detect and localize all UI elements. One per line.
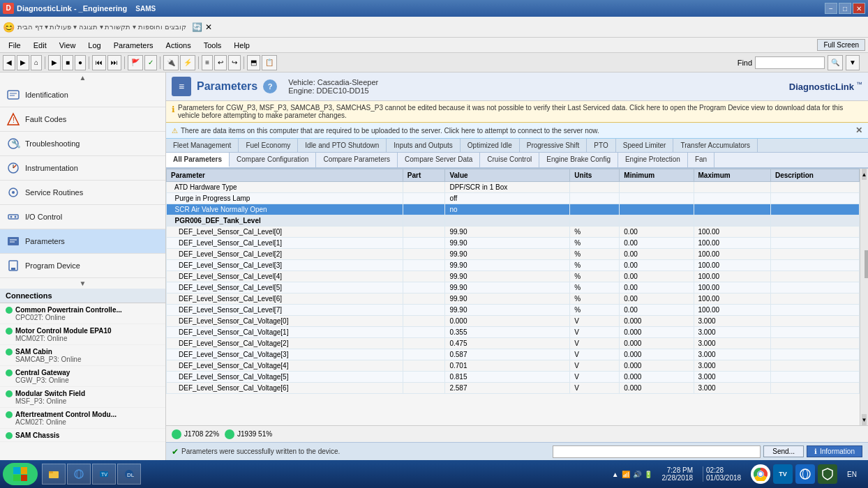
toolbar-filter[interactable]: ≡ (202, 55, 213, 70)
taskbar-app-teamviewer[interactable]: TV (92, 464, 116, 485)
table-row[interactable]: DEF_Level_Sensor_Cal_Voltage[4] 0.701 V … (167, 360, 860, 372)
toolbar-skip-start[interactable]: ⏮ (92, 55, 106, 70)
browser-refresh[interactable]: 🔄 (192, 22, 202, 32)
table-row[interactable]: DEF_Level_Sensor_Cal_Voltage[5] 0.815 V … (167, 372, 860, 383)
toolbar-redo[interactable]: ↪ (228, 55, 241, 70)
sidebar-item-fault-codes[interactable]: ! Fault Codes (0, 107, 165, 132)
table-row[interactable]: PGR006_DEF_Tank_Level (167, 215, 860, 227)
table-row[interactable]: DEF_Level_Sensor_Cal_Voltage[6] 2.587 V … (167, 383, 860, 394)
tab-pto[interactable]: PTO (587, 139, 615, 152)
tab-cruise-control[interactable]: Cruise Control (480, 153, 539, 167)
close-button[interactable]: ✕ (853, 3, 865, 14)
toolbar-disconnect[interactable]: ⚡ (180, 55, 195, 70)
scroll-up-btn[interactable]: ▲ (862, 169, 867, 180)
tab-engine-protection[interactable]: Engine Protection (618, 153, 688, 167)
tab-idle-pto[interactable]: Idle and PTO Shutdown (298, 139, 387, 152)
toolbar-fwd[interactable]: ▶ (17, 55, 29, 70)
table-row[interactable]: DEF_Level_Sensor_Cal_Voltage[3] 0.587 V … (167, 349, 860, 360)
tab-compare-server-data[interactable]: Compare Server Data (398, 153, 480, 167)
sidebar-item-instrumentation[interactable]: Instrumentation (0, 156, 165, 181)
minimize-button[interactable]: − (825, 3, 837, 14)
tab-transfer-accumulators[interactable]: Transfer Accumulators (673, 139, 758, 152)
find-input[interactable] (755, 56, 825, 69)
taskbar-app-explorer[interactable] (42, 464, 66, 485)
menu-help[interactable]: Help (228, 40, 255, 51)
tray-expand[interactable]: ▲ (612, 471, 619, 478)
taskbar-shield-icon[interactable] (818, 464, 837, 484)
warning-banner-2[interactable]: ⚠ There are data items on this computer … (166, 123, 868, 139)
menu-parameters[interactable]: Parameters (108, 40, 159, 51)
tab-progressive-shift[interactable]: Progressive Shift (520, 139, 588, 152)
toolbar-paste[interactable]: 📋 (262, 55, 277, 70)
table-row[interactable]: DEF_Level_Sensor_Cal_Level[4] 99.90 % 0.… (167, 271, 860, 282)
table-row[interactable]: DEF_Level_Sensor_Cal_Level[2] 99.90 % 0.… (167, 249, 860, 260)
tab-optimized-idle[interactable]: Optimized Idle (461, 139, 520, 152)
menu-view[interactable]: View (54, 40, 82, 51)
tab-engine-brake-config[interactable]: Engine Brake Config (539, 153, 618, 167)
table-container[interactable]: Parameter Part Value Units Minimum Maxim… (166, 169, 860, 425)
table-row[interactable]: ATD Hardware Type DPF/SCR in 1 Box (167, 182, 860, 193)
send-button[interactable]: Send... (763, 445, 804, 457)
browser-close-x[interactable]: ✕ (205, 22, 212, 32)
menu-edit[interactable]: Edit (28, 40, 52, 51)
menu-file[interactable]: File (3, 40, 27, 51)
toolbar-connect[interactable]: 🔌 (163, 55, 179, 70)
toolbar-home[interactable]: ⌂ (31, 55, 42, 70)
sidebar-scroll-up[interactable]: ▲ (0, 73, 165, 83)
tab-fuel-economy[interactable]: Fuel Economy (239, 139, 298, 152)
menu-actions[interactable]: Actions (160, 40, 197, 51)
menu-tools[interactable]: Tools (198, 40, 227, 51)
table-row[interactable]: DEF_Level_Sensor_Cal_Voltage[1] 0.355 V … (167, 327, 860, 338)
table-row[interactable]: DEF_Level_Sensor_Cal_Voltage[0] 0.000 V … (167, 316, 860, 327)
table-row[interactable]: DEF_Level_Sensor_Cal_Voltage[2] 0.475 V … (167, 338, 860, 349)
information-button[interactable]: ℹ Information (807, 445, 862, 457)
toolbar-skip-end[interactable]: ⏭ (107, 55, 121, 70)
find-search-btn[interactable]: 🔍 (828, 55, 843, 70)
sidebar-item-program-device[interactable]: Program Device (0, 254, 165, 278)
tab-inputs-outputs[interactable]: Inputs and Outputs (387, 139, 461, 152)
sidebar-item-parameters[interactable]: Parameters (0, 229, 165, 254)
start-button[interactable] (3, 463, 38, 485)
taskbar-chrome-icon[interactable] (751, 464, 770, 484)
tab-speed-limiter[interactable]: Speed Limiter (616, 139, 674, 152)
scroll-down-btn[interactable]: ▼ (862, 414, 867, 425)
fullscreen-button[interactable]: Full Screen (817, 39, 865, 51)
sidebar-scroll-down[interactable]: ▼ (0, 278, 165, 289)
taskbar-teamviewer-icon[interactable]: TV (773, 464, 793, 484)
toolbar-stop[interactable]: ■ (62, 55, 73, 70)
tab-compare-configuration[interactable]: Compare Configuration (230, 153, 316, 167)
sidebar-item-troubleshooting[interactable]: 🔧 Troubleshooting (0, 132, 165, 156)
table-row[interactable]: DEF_Level_Sensor_Cal_Level[7] 99.90 % 0.… (167, 305, 860, 316)
toolbar-record[interactable]: ● (75, 55, 86, 70)
toolbar-copy[interactable]: ⬒ (247, 55, 260, 70)
table-row[interactable]: Purge in Progress Lamp off (167, 193, 860, 204)
toolbar-green[interactable]: ✓ (144, 55, 157, 70)
toolbar-undo[interactable]: ↩ (214, 55, 227, 70)
taskbar-ie-icon[interactable] (795, 464, 815, 484)
menu-log[interactable]: Log (82, 40, 106, 51)
table-row[interactable]: DEF_Level_Sensor_Cal_Level[6] 99.90 % 0.… (167, 293, 860, 305)
table-row[interactable]: SCR Air Valve Normally Open no (167, 204, 860, 215)
bottom-input[interactable] (553, 445, 761, 458)
tab-fan[interactable]: Fan (688, 153, 714, 167)
toolbar-back[interactable]: ◀ (3, 55, 15, 70)
table-row[interactable]: DEF_Level_Sensor_Cal_Level[3] 99.90 % 0.… (167, 260, 860, 271)
sidebar-item-service-routines[interactable]: Service Routines (0, 181, 165, 205)
find-options-btn[interactable]: ▼ (846, 55, 860, 70)
close-banner-btn[interactable]: ✕ (855, 125, 862, 135)
table-row[interactable]: DEF_Level_Sensor_Cal_Level[0] 99.90 % 0.… (167, 227, 860, 238)
tab-fleet-management[interactable]: Fleet Management (166, 139, 239, 152)
maximize-button[interactable]: □ (839, 3, 851, 14)
params-help-btn[interactable]: ? (263, 79, 277, 93)
toolbar-play[interactable]: ▶ (48, 55, 61, 70)
tab-compare-parameters[interactable]: Compare Parameters (316, 153, 398, 167)
table-row[interactable]: DEF_Level_Sensor_Cal_Level[5] 99.90 % 0.… (167, 282, 860, 293)
sidebar-item-identification[interactable]: Identification (0, 83, 165, 107)
scroll-thumb[interactable] (865, 250, 869, 278)
tab-all-parameters[interactable]: All Parameters (166, 153, 230, 167)
taskbar-app-ie[interactable] (67, 464, 91, 485)
sidebar-item-io-control[interactable]: I/O Control (0, 205, 165, 229)
toolbar-flag[interactable]: 🚩 (128, 55, 143, 70)
taskbar-app-dl[interactable]: DL (117, 464, 141, 485)
warning-banner-1[interactable]: ℹ Parameters for CGW_P3, MSF_P3, SAMCAB_… (166, 101, 868, 123)
